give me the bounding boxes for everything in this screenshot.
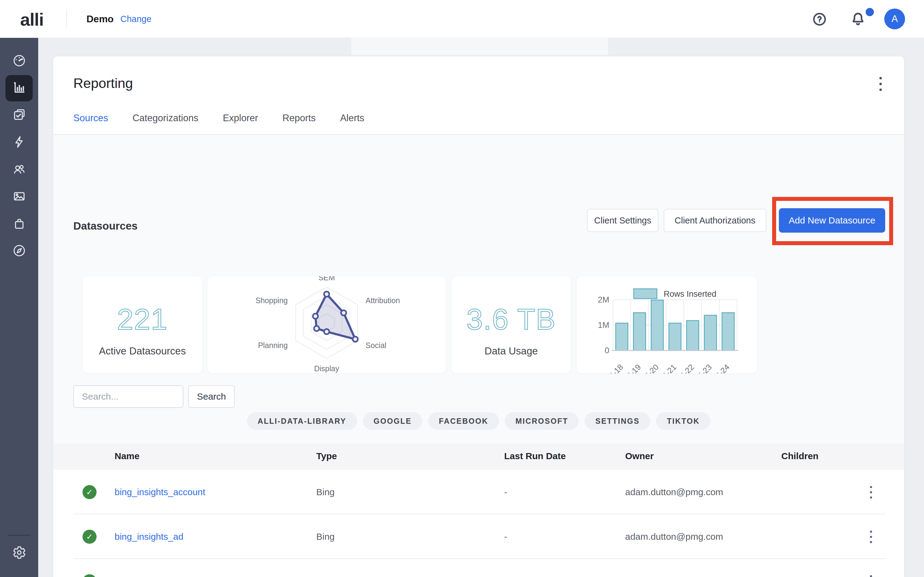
datasource-type: Bing [316, 470, 334, 514]
page-title: Reporting [73, 76, 133, 91]
column-header-last-run-date: Last Run Date [504, 451, 566, 461]
table-row: ✓ bing_insights_account Bing - adam.dutt… [53, 470, 904, 514]
sidebar-item-automation[interactable] [0, 129, 38, 156]
radar-data-point [313, 314, 318, 319]
image-icon [12, 189, 26, 205]
client-settings-button[interactable]: Client Settings [587, 209, 659, 232]
column-header-owner: Owner [625, 451, 654, 461]
lightning-icon [12, 135, 26, 150]
datasources-heading: Datasources [73, 220, 137, 232]
filter-chip-alli-data-library[interactable]: ALLI-DATA-LIBRARY [247, 412, 357, 430]
radar-data-point [341, 310, 346, 315]
sidebar-item-audiences[interactable] [0, 156, 38, 183]
people-icon [12, 162, 26, 177]
add-new-datasource-button[interactable]: Add New Datasource [779, 208, 885, 233]
datasource-type: Bing [316, 514, 334, 559]
table-header: NameTypeLast Run DateOwnerChildren [53, 443, 904, 470]
bar-chart-icon [12, 81, 26, 96]
datasource-owner: adam.dutton@pmg.com [625, 514, 723, 559]
bar [669, 323, 681, 350]
active-datasources-count: 221 [82, 303, 202, 336]
client-authorizations-button[interactable]: Client Authorizations [664, 209, 766, 232]
sidebar-item-tasks[interactable] [0, 102, 38, 129]
x-tick-label: 04-20 [640, 363, 660, 373]
tab-alerts[interactable]: Alerts [340, 108, 364, 135]
datasource-name-link[interactable]: bing_insights_ad [115, 532, 183, 542]
datasource-last-run: - [504, 470, 507, 514]
radar-chart-card: SEMAttributionSocialDisplayPlanningShopp… [207, 276, 446, 373]
sidebar-item-reporting[interactable] [0, 75, 38, 102]
tab-sources[interactable]: Sources [73, 108, 108, 135]
gear-icon [12, 546, 26, 561]
clipboard-check-icon [12, 108, 26, 123]
x-tick-label: 04-21 [657, 363, 678, 373]
radar-axis-label: Shopping [255, 296, 288, 305]
sources-section: Datasources Client Settings Client Autho… [53, 135, 904, 577]
radar-axis-label: SEM [318, 276, 335, 282]
x-tick-label: 04-23 [693, 363, 714, 373]
bar [651, 300, 663, 350]
filter-chips: ALLI-DATA-LIBRARYGOOGLEFACEBOOKMICROSOFT… [53, 412, 904, 430]
status-success-icon: ✓ [82, 530, 97, 544]
radar-data-point [324, 292, 330, 297]
change-client-link[interactable]: Change [120, 14, 152, 24]
notification-badge [866, 8, 874, 16]
row-kebab-menu-icon[interactable] [865, 482, 877, 502]
help-icon[interactable] [813, 12, 827, 26]
status-success-icon: ✓ [82, 574, 97, 577]
panel-kebab-menu-icon[interactable] [874, 74, 887, 94]
filter-chip-facebook[interactable]: FACEBOOK [428, 412, 499, 430]
sidebar-item-settings[interactable] [0, 540, 38, 567]
bar [687, 321, 699, 350]
bar [616, 323, 628, 350]
y-tick-label: 2M [598, 295, 609, 305]
compass-icon [12, 243, 26, 259]
x-tick-label: 04-22 [675, 363, 696, 373]
app-root: alli Demo Change A Reporting SourcesCate… [0, 0, 924, 577]
tab-explorer[interactable]: Explorer [223, 108, 258, 135]
row-kebab-menu-icon[interactable] [865, 572, 877, 577]
column-header-name: Name [115, 451, 140, 461]
datasource-last-run: - [504, 559, 507, 577]
rows-inserted-card: 01M2M04-1804-1904-2004-2104-2204-2304-24… [577, 276, 757, 373]
notifications-bell-icon[interactable] [851, 11, 865, 27]
data-usage-label: Data Usage [452, 345, 571, 357]
table-row: ✓ bing_insights_adgroup Bing - adam.dutt… [53, 559, 904, 577]
datasource-type: Bing [316, 559, 334, 577]
legend-label: Rows Inserted [664, 289, 717, 298]
table-row: ✓ bing_insights_ad Bing - adam.dutton@pm… [53, 514, 904, 559]
sidebar-divider [8, 535, 30, 536]
datasource-name-link[interactable]: bing_insights_account [115, 487, 205, 497]
sidebar-item-creative[interactable] [0, 184, 38, 210]
data-usage-value: 3.6 TB [452, 303, 571, 336]
radar-axis-label: Attribution [365, 296, 400, 305]
radar-axis-label: Display [314, 364, 339, 373]
radar-axis-label: Planning [258, 341, 288, 350]
topbar-divider [66, 10, 67, 28]
datasource-owner: adam.dutton@pmg.com [625, 559, 723, 577]
filter-chip-google[interactable]: GOOGLE [363, 412, 423, 430]
column-header-type: Type [316, 451, 337, 461]
bar [704, 315, 717, 350]
sidebar-item-dashboard[interactable] [0, 48, 38, 74]
filter-chip-microsoft[interactable]: MICROSOFT [505, 412, 579, 430]
row-kebab-menu-icon[interactable] [865, 527, 877, 546]
table-body: ✓ bing_insights_account Bing - adam.dutt… [53, 470, 904, 577]
status-success-icon: ✓ [82, 485, 97, 499]
shopping-bag-icon [12, 216, 26, 232]
filter-chip-tiktok[interactable]: TIKTOK [656, 412, 711, 430]
avatar[interactable]: A [884, 8, 905, 29]
channel-radar-chart: SEMAttributionSocialDisplayPlanningShopp… [207, 276, 446, 373]
bar [722, 313, 734, 350]
sidebar-item-shopping[interactable] [0, 211, 38, 237]
active-datasources-card: 221 Active Datasources [82, 276, 202, 373]
data-usage-card: 3.6 TB Data Usage [452, 276, 571, 373]
sidebar-item-explore[interactable] [0, 238, 38, 265]
tab-categorizations[interactable]: Categorizations [132, 108, 198, 135]
search-button[interactable]: Search [188, 385, 235, 408]
search-input[interactable] [73, 385, 183, 408]
alli-logo: alli [20, 9, 44, 30]
filter-chip-settings[interactable]: SETTINGS [585, 412, 650, 430]
tab-reports[interactable]: Reports [283, 108, 316, 135]
x-tick-label: 04-18 [604, 363, 625, 373]
